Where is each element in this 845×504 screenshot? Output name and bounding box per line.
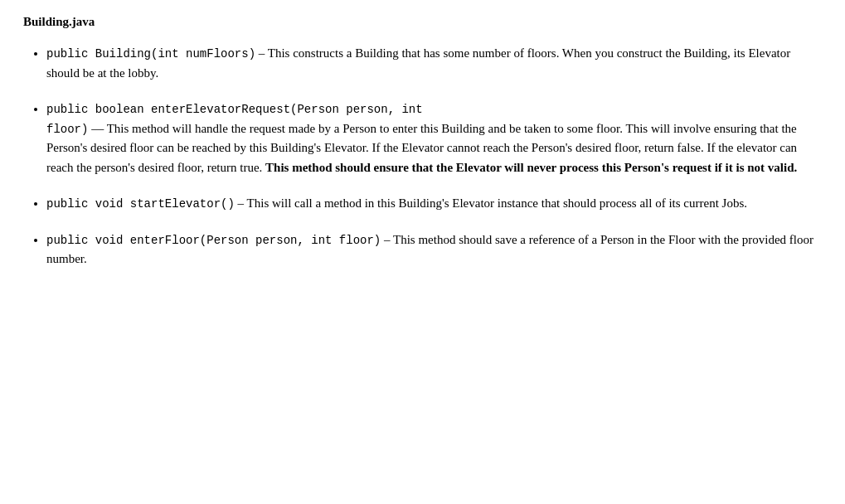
method-signature: public void startElevator()	[46, 197, 235, 211]
method-description: This will call a method in this Building…	[244, 196, 747, 210]
list-item: public void startElevator() – This will …	[46, 194, 822, 214]
page-title: Building.java	[23, 15, 822, 29]
method-signature-line1: public boolean enterElevatorRequest(Pers…	[46, 103, 423, 116]
method-signature-line2: floor)	[46, 123, 88, 136]
list-item: public Building(int numFloors) – This co…	[46, 44, 822, 83]
method-signature: public Building(int numFloors)	[46, 47, 255, 61]
method-description-bold: This method should ensure that the Eleva…	[265, 161, 797, 174]
method-list: public Building(int numFloors) – This co…	[23, 44, 822, 269]
list-item: public boolean enterElevatorRequest(Pers…	[46, 99, 822, 177]
list-item: public void enterFloor(Person person, in…	[46, 230, 822, 269]
em-dash: –	[255, 46, 265, 60]
em-dash: —	[88, 122, 104, 135]
em-dash: –	[235, 196, 244, 210]
method-signature: public void enterFloor(Person person, in…	[46, 234, 381, 247]
em-dash: –	[381, 233, 390, 246]
